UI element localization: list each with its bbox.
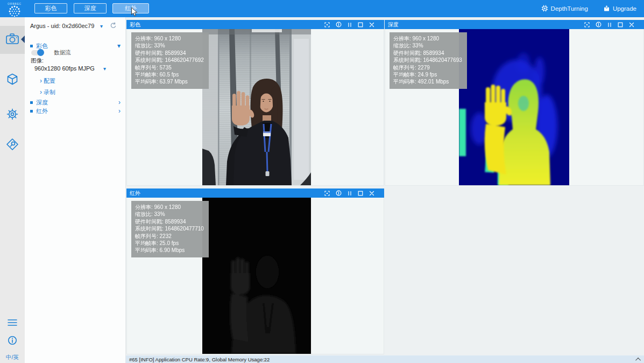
ir-video-feed bbox=[202, 198, 311, 354]
gear-target-icon bbox=[5, 107, 19, 123]
workspace: 彩色 分辨率: 960 x 1280缩放比: 33% 硬件时间戳: 858993… bbox=[126, 17, 644, 363]
toggle-knob bbox=[37, 49, 44, 56]
tab-color[interactable]: 彩色 bbox=[34, 3, 67, 13]
orbbec-logo: ORBBEC bbox=[3, 1, 26, 17]
upgrade-label: Upgrade bbox=[613, 5, 636, 12]
fit-view-icon[interactable] bbox=[324, 22, 330, 27]
tree-node-ir[interactable]: 红外 › bbox=[25, 107, 126, 115]
language-toggle-label: 中/英 bbox=[6, 354, 19, 361]
format-select[interactable]: 960x1280 60fps MJPG ▾ bbox=[25, 64, 126, 73]
depth-panel-titlebar[interactable]: 深度 bbox=[385, 20, 644, 29]
language-toggle[interactable]: 中/英 bbox=[0, 352, 25, 363]
square-bullet-icon bbox=[30, 45, 33, 47]
color-panel-body: 分辨率: 960 x 1280缩放比: 33% 硬件时间戳: 8589934系统… bbox=[126, 29, 384, 186]
topbar: ORBBEC 彩色 深度 红外 DepthTurning bbox=[0, 0, 644, 17]
chevron-right-icon: › bbox=[118, 99, 121, 106]
depth-stats-overlay: 分辨率: 960 x 1280缩放比: 33% 硬件时间戳: 8589934系统… bbox=[390, 32, 467, 89]
mouse-cursor-icon bbox=[131, 7, 138, 19]
tree-node-depth-label: 深度 bbox=[36, 99, 48, 107]
depth-panel-body: 分辨率: 960 x 1280缩放比: 33% 硬件时间戳: 8589934系统… bbox=[385, 29, 644, 186]
square-bullet-icon bbox=[30, 110, 33, 113]
ir-panel-titlebar[interactable]: 红外 bbox=[126, 189, 384, 198]
rail-item-pointcloud[interactable] bbox=[0, 68, 25, 92]
depth-video-feed bbox=[459, 29, 569, 185]
refresh-icon[interactable] bbox=[110, 22, 117, 30]
chevron-right-icon: › bbox=[40, 88, 42, 96]
chevron-down-icon: ▾ bbox=[103, 66, 106, 72]
stream-toggle[interactable] bbox=[31, 50, 43, 55]
stream-toggle-row: 数据流 bbox=[25, 49, 126, 57]
color-stream-panel: 彩色 分辨率: 960 x 1280缩放比: 33% 硬件时间戳: 858993… bbox=[126, 20, 384, 186]
active-rail-pointer-icon bbox=[21, 36, 25, 43]
maximize-icon[interactable] bbox=[358, 191, 363, 196]
info-icon[interactable] bbox=[336, 190, 342, 196]
close-icon[interactable] bbox=[369, 191, 374, 196]
calibration-diamond-icon bbox=[5, 137, 19, 153]
record-label: 录制 bbox=[44, 88, 55, 96]
color-panel-title: 彩色 bbox=[130, 21, 324, 29]
topbar-right-group: DepthTurning Upgrade bbox=[541, 0, 644, 17]
device-select-value: Argus - uid: 0x2d60ec79 bbox=[30, 23, 94, 29]
chevron-down-icon: ▾ bbox=[100, 23, 103, 29]
menu-icon bbox=[7, 318, 18, 329]
color-stats-overlay: 分辨率: 960 x 1280缩放比: 33% 硬件时间戳: 8589934系统… bbox=[131, 32, 209, 89]
status-log-text: #65 [INFO] Application CPU Rate:9, Globa… bbox=[129, 357, 637, 362]
depth-panel-title: 深度 bbox=[388, 21, 584, 29]
status-bar: #65 [INFO] Application CPU Rate:9, Globa… bbox=[126, 355, 644, 363]
ir-stream-panel: 红外 分辨率: 960 x 1280缩放比: 33% 硬件时间戳: 858993… bbox=[126, 189, 384, 354]
pause-icon[interactable] bbox=[607, 22, 612, 27]
left-icon-rail: 中/英 bbox=[0, 17, 25, 363]
fit-view-icon[interactable] bbox=[324, 191, 330, 196]
info-icon[interactable] bbox=[596, 22, 601, 27]
depth-stream-panel: 深度 分辨率: 960 x 1280缩放比: 33% 硬件时间戳: 858993… bbox=[385, 20, 644, 186]
tree-node-ir-label: 红外 bbox=[36, 107, 48, 115]
tree-node-config[interactable]: › 配置 bbox=[25, 76, 126, 85]
maximize-icon[interactable] bbox=[358, 22, 363, 27]
color-panel-titlebar[interactable]: 彩色 bbox=[126, 20, 384, 29]
config-label: 配置 bbox=[44, 77, 55, 85]
upgrade-button[interactable]: Upgrade bbox=[603, 5, 636, 13]
upgrade-box-icon bbox=[603, 5, 610, 13]
device-select[interactable]: Argus - uid: 0x2d60ec79 ▾ bbox=[25, 20, 126, 31]
info-icon[interactable] bbox=[336, 22, 342, 27]
rail-item-registration[interactable] bbox=[0, 103, 25, 127]
rail-item-about[interactable] bbox=[0, 334, 25, 349]
tab-depth[interactable]: 深度 bbox=[74, 3, 107, 13]
ir-panel-body: 分辨率: 960 x 1280缩放比: 33% 硬件时间戳: 8589934系统… bbox=[126, 198, 384, 354]
tree-node-record[interactable]: › 录制 bbox=[25, 88, 126, 96]
chip-icon bbox=[541, 5, 548, 13]
app-window: ORBBEC 彩色 深度 红外 DepthTurning bbox=[0, 0, 644, 363]
camera-icon bbox=[5, 33, 19, 47]
format-select-value: 960x1280 60fps MJPG bbox=[34, 65, 95, 72]
ir-panel-title: 红外 bbox=[130, 190, 324, 197]
cube-3d-icon bbox=[6, 73, 19, 88]
stream-toggle-label: 数据流 bbox=[54, 49, 71, 57]
pause-icon[interactable] bbox=[348, 191, 352, 196]
device-tree-panel: Argus - uid: 0x2d60ec79 ▾ 彩色 ▾ 数据流 图像: 9… bbox=[25, 17, 126, 363]
square-bullet-icon bbox=[30, 101, 33, 104]
tree-node-depth[interactable]: 深度 › bbox=[25, 98, 126, 107]
close-icon[interactable] bbox=[629, 22, 634, 27]
info-icon bbox=[7, 335, 18, 348]
ir-stats-overlay: 分辨率: 960 x 1280缩放比: 33% 硬件时间戳: 8589934系统… bbox=[131, 201, 209, 257]
color-video-feed bbox=[202, 29, 311, 185]
maximize-icon[interactable] bbox=[618, 22, 623, 27]
chevron-down-icon: ▾ bbox=[117, 42, 121, 50]
rail-item-menu[interactable] bbox=[0, 317, 25, 331]
fit-view-icon[interactable] bbox=[584, 22, 590, 27]
rail-item-calibration[interactable] bbox=[0, 134, 25, 157]
depthturning-button[interactable]: DepthTurning bbox=[541, 5, 588, 13]
close-icon[interactable] bbox=[369, 22, 374, 27]
chevron-right-icon: › bbox=[118, 107, 121, 115]
pause-icon[interactable] bbox=[348, 22, 352, 27]
chevron-right-icon: › bbox=[40, 77, 42, 85]
depthturning-label: DepthTurning bbox=[551, 5, 588, 12]
svg-text:ORBBEC: ORBBEC bbox=[8, 2, 22, 5]
